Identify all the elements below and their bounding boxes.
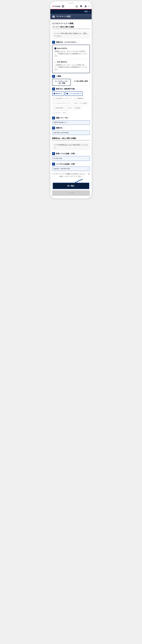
chevron-down-icon: ⌄ <box>87 158 88 160</box>
field-deposit: 7ユーザの入金金額（月間）? 100,001 - 300,000 USD ⌄ <box>52 163 90 171</box>
subsection-a: パートナー取引に関する情報 <box>52 26 90 29</box>
tag-seminar[interactable]: セミナー・サロン <box>52 111 68 115</box>
field-occupation: 2ご職業? イントロデューサー（IB）専業 その他の事業と兼業 <box>52 75 90 86</box>
tag-social[interactable]: ソーシャルメディア <box>65 92 83 96</box>
tag-mam[interactable]: MAM/PAMM <box>52 106 65 110</box>
help-icon[interactable]: ? <box>62 75 63 77</box>
help-icon[interactable]: ? <box>77 153 78 155</box>
help-icon[interactable]: ? <box>69 117 70 119</box>
tag-group: Webサイト ソーシャルメディア Youtube等リッチメディア 情報商材 メー… <box>52 92 90 115</box>
media-url-input[interactable] <box>52 130 90 135</box>
app-header: ✕ FXON ▼ <box>50 1 92 10</box>
checkbox-icon <box>55 61 56 63</box>
tag-youtube[interactable]: Youtube等リッチメディア <box>52 96 73 100</box>
field-accounts: 6誘導リアル口座数（月間）? 51-100 口座 ⌄ <box>52 152 90 161</box>
svg-point-1 <box>53 16 54 16</box>
users-icon <box>52 16 55 18</box>
help-icon[interactable]: ? <box>77 163 78 165</box>
next-button[interactable]: 次へ進む <box>53 183 89 189</box>
section-header: マーチャント設定 <box>50 14 92 19</box>
balance-label: 残高 <box>84 10 88 13</box>
field-media-name: 4掲載メディア名? <box>52 116 90 125</box>
step-number: 1 <box>52 41 55 44</box>
model-option-b2b[interactable]: B to Bモデル 一定規模のグループや、ビジネス母体に対して、口座開設を促進す… <box>54 59 88 72</box>
model-option-b2c[interactable]: ✓B to Cモデル 直接個人または、法人ユーザに対し広告宣伝し、口座開設を促進… <box>54 46 88 58</box>
help-icon[interactable]: ? <box>64 127 65 129</box>
menu-icon[interactable] <box>62 6 64 7</box>
note-b: ユーザの誘導見込みと売上予測を選択してください。 <box>52 142 90 150</box>
tag-ppc[interactable]: PPC・その他広告 <box>65 106 82 110</box>
help-icon[interactable]: ? <box>77 88 78 90</box>
subsection-b: 誘導見込み（売上に関する情報） <box>52 137 90 140</box>
tag-info[interactable]: 情報商材 <box>74 96 84 100</box>
chevron-down-icon[interactable]: ▼ <box>89 6 90 7</box>
footer-note: ビジネスパートナー情報の入力が完了しました。「次へ進む」をクリックしてください。 <box>52 173 90 178</box>
bell-icon[interactable] <box>80 5 82 8</box>
arrow-icon <box>72 179 83 184</box>
device-frame: ✕ FXON ▼ 残高 ▼ マーチャント設定 ビジネスパートナー情報 パートナー… <box>50 1 92 198</box>
model-group: ✓B to Cモデル 直接個人または、法人ユーザに対し広告宣伝し、口座開設を促進… <box>52 45 90 73</box>
note-a: パートナー取引全般に関する情報を入力、選択してください。 <box>52 31 90 39</box>
radio-ib[interactable]: イントロデューサー（IB）専業 <box>52 79 71 86</box>
deposit-select[interactable]: 100,001 - 300,000 USD ⌄ <box>52 166 90 171</box>
field-acquisition: 3集客方法（複数選択可能）? Webサイト ソーシャルメディア Youtube等… <box>52 88 90 115</box>
tag-mail[interactable]: メールマーケティング <box>52 101 71 105</box>
chevron-down-icon: ▼ <box>89 11 90 12</box>
logo-mark-icon: ✕ <box>52 5 54 8</box>
media-name-input[interactable] <box>52 120 90 125</box>
gear-icon[interactable] <box>84 5 87 8</box>
help-icon[interactable]: ? <box>77 41 78 43</box>
checkbox-icon: ✓ <box>55 48 56 49</box>
svg-point-2 <box>54 16 55 16</box>
brand-logo[interactable]: ✕ FXON <box>52 5 60 8</box>
radio-other[interactable]: その他の事業と兼業 <box>72 79 90 86</box>
content: ビジネスパートナー情報 パートナー取引に関する情報 パートナー取引全般に関する情… <box>50 21 92 198</box>
page-title: ビジネスパートナー情報 <box>52 22 90 25</box>
power-icon[interactable] <box>75 5 78 8</box>
header-right: ▼ <box>75 5 90 8</box>
balance-bar[interactable]: 残高 ▼ <box>50 10 92 14</box>
section-title-text: マーチャント設定 <box>56 15 71 18</box>
clear-button[interactable]: クリア <box>52 190 90 196</box>
tag-ea[interactable]: EA・シグナル配信 <box>72 101 88 105</box>
accounts-select[interactable]: 51-100 口座 ⌄ <box>52 156 90 161</box>
svg-point-0 <box>53 16 53 16</box>
field-label: 1 営業方法・ビジネスモデル ? <box>52 41 90 44</box>
field-business-model: 1 営業方法・ビジネスモデル ? ✓B to Cモデル 直接個人または、法人ユー… <box>52 41 90 73</box>
tag-website[interactable]: Webサイト <box>52 92 64 96</box>
radio-group: イントロデューサー（IB）専業 その他の事業と兼業 <box>52 79 90 86</box>
brand-text: FXON <box>55 5 60 8</box>
chevron-down-icon: ⌄ <box>87 168 88 170</box>
header-left: ✕ FXON <box>52 5 64 8</box>
field-media-url: 5掲載URL? <box>52 126 90 135</box>
